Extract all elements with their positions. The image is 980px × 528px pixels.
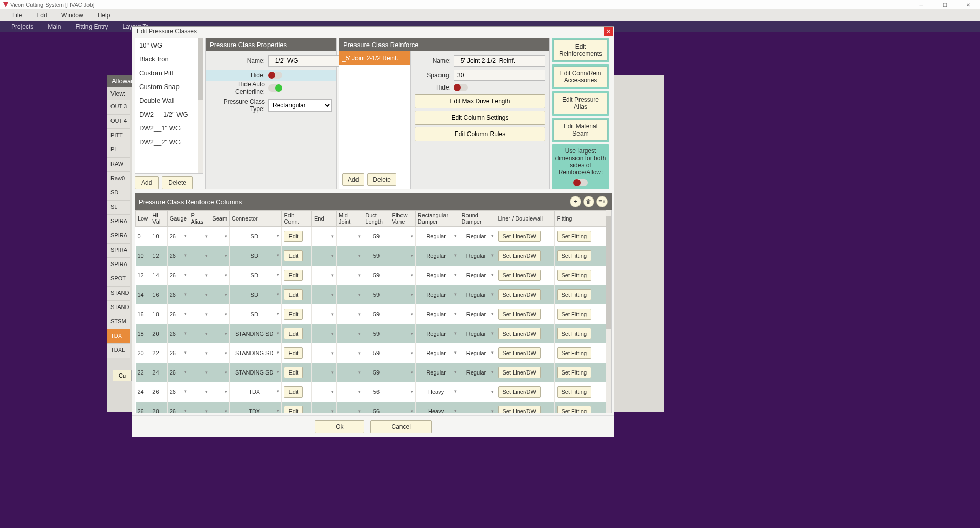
list-item[interactable]: 10" WG (135, 38, 203, 52)
chevron-down-icon[interactable]: ▾ (331, 409, 334, 414)
bg-list-item[interactable]: STAND (107, 301, 130, 315)
clear-rows-button[interactable]: ≡× (596, 196, 608, 207)
bg-list-item[interactable]: SL (107, 201, 130, 215)
chevron-down-icon[interactable]: ▾ (205, 253, 208, 258)
chevron-down-icon[interactable]: ▾ (411, 370, 413, 375)
bg-list-item[interactable]: RAW (107, 158, 130, 172)
chevron-down-icon[interactable]: ▾ (184, 272, 187, 277)
bg-list-item[interactable]: STAND (107, 287, 130, 301)
edit-conn-button[interactable]: Edit (284, 231, 303, 242)
chevron-down-icon[interactable]: ▾ (358, 234, 361, 239)
table-scrollbar[interactable] (606, 210, 611, 413)
table-row[interactable]: 161826▾▾▾SD▾Edit▾▾59▾Regular▾Regular▾Set… (136, 304, 606, 324)
reinforce-delete-button[interactable]: Delete (367, 173, 396, 186)
menu-window[interactable]: Window (54, 12, 91, 19)
set-fitting-button[interactable]: Set Fitting (557, 231, 592, 242)
col-end[interactable]: End (311, 211, 336, 227)
edit-conn-button[interactable]: Edit (284, 406, 303, 414)
tab-fitting-entry[interactable]: Fitting Entry (68, 23, 115, 30)
maximize-button[interactable]: ☐ (933, 0, 956, 9)
col-ductlength[interactable]: Duct Length (363, 211, 390, 227)
table-row[interactable]: 222426▾▾▾STANDING SD▾Edit▾▾59▾Regular▾Re… (136, 363, 606, 382)
chevron-down-icon[interactable]: ▾ (358, 350, 361, 356)
tab-projects[interactable]: Projects (4, 23, 40, 30)
set-fitting-button[interactable]: Set Fitting (557, 347, 592, 359)
bg-list-item[interactable]: OUT 4 (107, 115, 130, 129)
close-icon[interactable]: ✕ (604, 27, 613, 36)
chevron-down-icon[interactable]: ▾ (491, 272, 494, 277)
bg-list-item[interactable]: SPIRA (107, 244, 130, 258)
chevron-down-icon[interactable]: ▾ (331, 292, 334, 297)
chevron-down-icon[interactable]: ▾ (277, 272, 279, 277)
chevron-down-icon[interactable]: ▾ (331, 253, 334, 258)
bg-list-item[interactable]: PITT (107, 129, 130, 143)
chevron-down-icon[interactable]: ▾ (184, 233, 187, 238)
pressure-class-list[interactable]: 10" WGBlack IronCustom PittCustom SnapDo… (135, 38, 203, 174)
chevron-down-icon[interactable]: ▾ (277, 408, 279, 413)
chevron-down-icon[interactable]: ▾ (491, 292, 494, 297)
bg-list-item[interactable]: SPIRA (107, 229, 130, 244)
close-button[interactable]: ✕ (956, 0, 980, 9)
chevron-down-icon[interactable]: ▾ (205, 273, 208, 278)
chevron-down-icon[interactable]: ▾ (225, 234, 227, 239)
edit-conn-button[interactable]: Edit (284, 309, 303, 320)
edit-column-settings-button[interactable]: Edit Column Settings (415, 111, 545, 125)
col-connector[interactable]: Connector (229, 211, 281, 227)
chevron-down-icon[interactable]: ▾ (225, 350, 227, 356)
chevron-down-icon[interactable]: ▾ (331, 331, 334, 336)
set-liner-button[interactable]: Set Liner/DW (498, 309, 541, 320)
chevron-down-icon[interactable]: ▾ (205, 389, 208, 394)
chevron-down-icon[interactable]: ▾ (454, 272, 457, 277)
chevron-down-icon[interactable]: ▾ (454, 389, 457, 394)
chevron-down-icon[interactable]: ▾ (411, 350, 413, 356)
chevron-down-icon[interactable]: ▾ (358, 312, 361, 317)
col-low[interactable]: Low (136, 211, 150, 227)
set-fitting-button[interactable]: Set Fitting (557, 367, 592, 378)
chevron-down-icon[interactable]: ▾ (454, 292, 457, 297)
bg-list-item[interactable]: SPIRA (107, 258, 130, 272)
bg-list-item[interactable]: STSM (107, 315, 130, 329)
chevron-down-icon[interactable]: ▾ (225, 370, 227, 375)
set-liner-button[interactable]: Set Liner/DW (498, 270, 541, 281)
add-button[interactable]: Add (135, 176, 159, 189)
chevron-down-icon[interactable]: ▾ (184, 350, 187, 355)
bg-list-item[interactable]: Raw0 (107, 172, 130, 186)
col-hi[interactable]: Hi Val (150, 211, 167, 227)
chevron-down-icon[interactable]: ▾ (184, 292, 187, 297)
chevron-down-icon[interactable]: ▾ (331, 389, 334, 394)
chevron-down-icon[interactable]: ▾ (225, 253, 227, 258)
hide-auto-centerline-toggle[interactable] (268, 84, 282, 92)
type-select[interactable]: Rectangular (268, 99, 332, 112)
set-liner-button[interactable]: Set Liner/DW (498, 347, 541, 359)
table-row[interactable]: 202226▾▾▾STANDING SD▾Edit▾▾59▾Regular▾Re… (136, 343, 606, 363)
bg-list-item[interactable]: OUT 3 (107, 100, 130, 115)
chevron-down-icon[interactable]: ▾ (491, 409, 494, 414)
edit-max-drive-button[interactable]: Edit Max Drive Length (415, 94, 545, 108)
set-fitting-button[interactable]: Set Fitting (557, 250, 592, 261)
chevron-down-icon[interactable]: ▾ (411, 234, 413, 239)
cancel-button[interactable]: Cancel (370, 420, 431, 433)
table-row[interactable]: 242626▾▾▾TDX▾Edit▾▾56▾Heavy▾▾Set Liner/D… (136, 382, 606, 402)
chevron-down-icon[interactable]: ▾ (225, 312, 227, 317)
chevron-down-icon[interactable]: ▾ (184, 253, 187, 258)
table-row[interactable]: 141626▾▾▾SD▾Edit▾▾59▾Regular▾Regular▾Set… (136, 285, 606, 304)
chevron-down-icon[interactable]: ▾ (331, 350, 334, 356)
chevron-down-icon[interactable]: ▾ (225, 409, 227, 414)
chevron-down-icon[interactable]: ▾ (277, 253, 279, 258)
chevron-down-icon[interactable]: ▾ (358, 389, 361, 394)
list-item[interactable]: DW2 __1/2" WG (135, 107, 203, 121)
chevron-down-icon[interactable]: ▾ (491, 389, 494, 394)
bg-list-item[interactable]: PL (107, 143, 130, 158)
list-item[interactable]: Black Iron (135, 52, 203, 66)
list-item[interactable]: Custom Snap (135, 80, 203, 94)
chevron-down-icon[interactable]: ▾ (358, 370, 361, 375)
chevron-down-icon[interactable]: ▾ (184, 389, 187, 394)
set-liner-button[interactable]: Set Liner/DW (498, 367, 541, 378)
delete-button[interactable]: Delete (162, 176, 193, 189)
table-row[interactable]: 262826▾▾▾TDX▾Edit▾▾56▾Heavy▾▾Set Liner/D… (136, 402, 606, 414)
chevron-down-icon[interactable]: ▾ (454, 233, 457, 238)
menu-file[interactable]: File (5, 12, 29, 19)
set-fitting-button[interactable]: Set Fitting (557, 386, 592, 398)
chevron-down-icon[interactable]: ▾ (277, 350, 279, 355)
table-scroll-thumb[interactable] (606, 216, 611, 329)
